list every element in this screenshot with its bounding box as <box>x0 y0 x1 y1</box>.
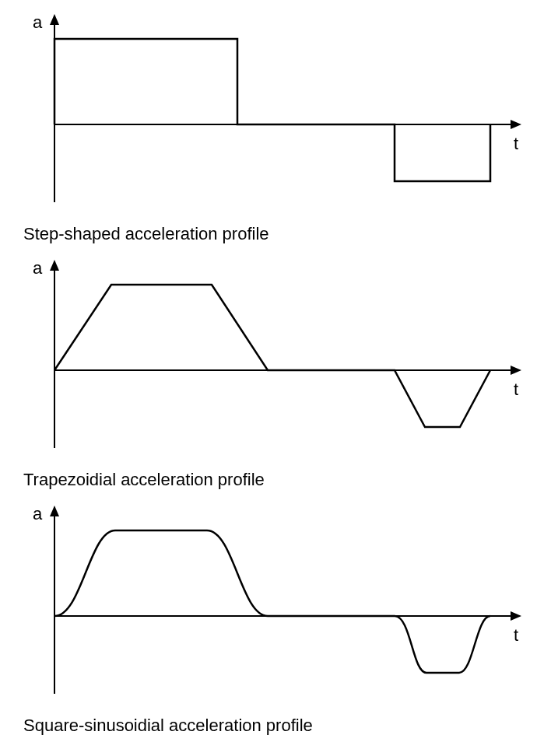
x-axis-arrow-icon <box>511 366 521 375</box>
x-axis-label: t <box>514 625 518 645</box>
trapezoid-profile-line <box>54 285 490 427</box>
chart-trapezoid-svg: a t <box>8 254 537 464</box>
caption-sinusoid: Square-sinusoidial acceleration profile <box>8 709 544 745</box>
step-profile-line <box>54 39 490 181</box>
chart-trapezoid: a t Trapezoidial acceleration profile <box>8 254 544 499</box>
y-axis-label: a <box>33 258 43 278</box>
x-axis-label: t <box>514 380 518 399</box>
x-axis-arrow-icon <box>511 611 521 621</box>
y-axis-label: a <box>33 504 43 523</box>
chart-sinusoid-svg: a t <box>8 499 537 709</box>
x-axis-arrow-icon <box>511 120 521 129</box>
x-axis-label: t <box>514 134 518 153</box>
y-axis-arrow-icon <box>50 14 59 25</box>
chart-step: a t Step-shaped acceleration profile <box>8 8 544 254</box>
chart-sinusoid: a t Square-sinusoidial acceleration prof… <box>8 499 544 745</box>
caption-trapezoid: Trapezoidial acceleration profile <box>8 464 544 499</box>
y-axis-arrow-icon <box>50 260 59 271</box>
diagram-container: a t Step-shaped acceleration profile a t… <box>8 8 544 745</box>
y-axis-label: a <box>33 12 43 32</box>
chart-step-svg: a t <box>8 8 537 218</box>
sinusoid-profile-line <box>54 530 490 673</box>
y-axis-arrow-icon <box>50 506 59 516</box>
caption-step: Step-shaped acceleration profile <box>8 218 544 254</box>
